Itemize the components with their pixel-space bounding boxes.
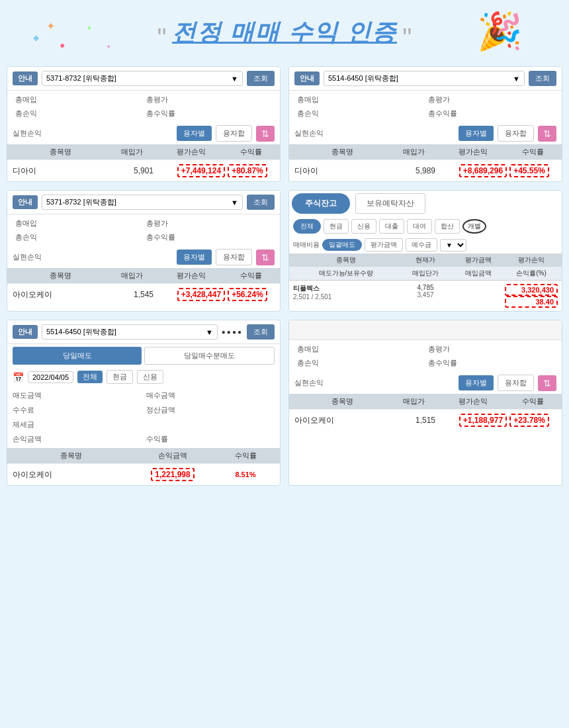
calendar-icon: 📅 <box>13 372 24 383</box>
stock-highlight-2: +8,689,296 +45.55% <box>452 164 556 177</box>
card-6-btn-row: 실현손익 용자별 용자합 ⇅ <box>289 372 562 394</box>
quote-left-icon: " <box>157 23 166 52</box>
yonghap-btn-3[interactable]: 용자합 <box>216 249 252 265</box>
quote-right-icon: " <box>402 23 412 52</box>
stock-name-4: 티플렉스 <box>293 284 399 293</box>
card-2-header: 안내 5514-6450 [위탁종합] ▼ 조회 <box>289 67 562 91</box>
cards-grid: 안내 5371-8732 [위탁종합] ▼ 조회 총매입 총평가 총손익 <box>7 66 562 486</box>
card-2-query-btn[interactable]: 조회 <box>529 71 556 86</box>
card-3-table-header: 종목명 매입가 평가손익 수익률 <box>7 268 280 283</box>
yonghap-btn-2[interactable]: 용자합 <box>498 125 534 142</box>
filter-loan[interactable]: 대출 <box>379 219 404 234</box>
card-3-header: 안내 5371-8732 [위탁종합] ▼ 조회 <box>7 191 280 214</box>
card-4-stock-row: 티플렉스 2,501 / 2,501 4,785 3,457 3,320,430… <box>289 281 562 311</box>
filter-all[interactable]: 전체 <box>293 219 321 234</box>
day-buy-sell-btn[interactable]: 당일매수분매도 <box>144 347 275 365</box>
card-3-info: 총매입 총평가 총손익 총수익률 <box>7 214 280 246</box>
stock-highlight-3: +3,428,447 +56.24% <box>170 288 275 301</box>
card-2-stock-row: 디아이 5,989 +8,689,296 +45.55% <box>289 159 562 181</box>
card-6-stock-row: 아이오케이 1,515 +1,188,977 +23.78% <box>289 409 562 431</box>
filter-credit[interactable]: 신용 <box>351 219 376 234</box>
confetti-4: ▲ <box>86 23 93 30</box>
yongja-btn[interactable]: 용자별 <box>177 126 212 141</box>
card-3-account[interactable]: 5371-8732 [위탁종합] ▼ <box>42 195 243 210</box>
date-cash-btn[interactable]: 현금 <box>107 370 133 384</box>
stock-price-3: 1,545 <box>117 290 169 299</box>
header: ✦ ◆ ● ▲ ✦ " 전정 매매 수익 인증 " 🎉 <box>7 7 562 66</box>
card-3-query-btn[interactable]: 조회 <box>247 195 275 210</box>
card-1-header: 안내 5371-8732 [위탁종합] ▼ 조회 <box>7 67 280 91</box>
card-5-date-row: 📅 2022/04/05 전체 현금 신용 <box>7 367 280 387</box>
card-1: 안내 5371-8732 [위탁종합] ▼ 조회 총매입 총평가 총손익 <box>7 66 281 182</box>
card-5-query-btn[interactable]: 조회 <box>247 324 275 340</box>
yonghap-btn-6[interactable]: 용자합 <box>498 375 534 391</box>
card-1-info: 총매입 총평가 총손익 총수익률 <box>7 91 280 122</box>
gain-rate-3: +56.24% <box>228 288 267 301</box>
date-credit-btn[interactable]: 신용 <box>137 370 163 384</box>
card-5-header: 안내 5514-6450 [위탁종합] ▼ ●●●● 조회 <box>7 320 280 344</box>
yongja-btn-2[interactable]: 용자별 <box>459 126 494 141</box>
card-4-sub-filter: 매매비용 일괄매도 평가금액 예수금 ▼ <box>289 236 562 253</box>
sub-select[interactable]: ▼ <box>440 239 466 251</box>
card-5-day-btns: 당일매도 당일매수분매도 <box>7 344 280 367</box>
card-4-stock-area: 티플렉스 2,501 / 2,501 4,785 3,457 3,320,430… <box>289 281 562 311</box>
sort-btn-2[interactable]: ⇅ <box>538 126 556 142</box>
stock-name-6: 아이오케이 <box>294 415 399 426</box>
card-2-info: 총매입 총평가 총손익 총수익률 <box>289 91 562 122</box>
gain-rate: +80.87% <box>228 164 267 177</box>
card-1-account[interactable]: 5371-8732 [위탁종합] ▼ <box>42 71 243 86</box>
filter-cash[interactable]: 현금 <box>324 219 349 234</box>
card-4-tab-bar: 주식잔고 보유예탁자산 <box>289 191 562 216</box>
card-5: 안내 5514-6450 [위탁종합] ▼ ●●●● 조회 당일매도 당일매수분… <box>7 320 281 486</box>
card-3: 안내 5371-8732 [위탁종합] ▼ 조회 총매입 총평가 총손익 총수익… <box>7 190 281 312</box>
card-5-account[interactable]: 5514-6450 [위탁종합] ▼ <box>42 324 218 340</box>
card-2-account[interactable]: 5514-6450 [위탁종합] ▼ <box>324 71 525 86</box>
yonghap-btn[interactable]: 용자합 <box>216 125 252 142</box>
card-4: 주식잔고 보유예탁자산 전체 현금 신용 대출 대여 합산 개별 매매비용 일괄… <box>288 190 562 312</box>
filter-lend[interactable]: 대여 <box>407 219 432 234</box>
stock-current: 4,785 <box>399 284 452 291</box>
stock-price-6: 1,515 <box>399 416 451 425</box>
card-1-table-header: 종목명 매입가 평가손익 수익률 <box>7 144 280 159</box>
gain-rate-5: 8.51% <box>235 471 255 478</box>
sort-btn[interactable]: ⇅ <box>256 126 275 142</box>
sort-btn-3[interactable]: ⇅ <box>256 250 275 265</box>
tab-stocks[interactable]: 주식잔고 <box>292 193 350 214</box>
card-3-label: 안내 <box>13 195 38 209</box>
card-1-query-btn[interactable]: 조회 <box>247 71 275 86</box>
card-2-table-header: 종목명 매입가 평가손익 수익률 <box>289 144 562 159</box>
stock-highlight-6: +1,188,977 +23.78% <box>452 414 556 427</box>
party-icon: 🎉 <box>477 10 523 53</box>
card-4-filter-row: 전체 현금 신용 대출 대여 합산 개별 <box>289 216 562 236</box>
card-1-btn-row: 실현손익 용자별 용자합 ⇅ <box>7 122 280 144</box>
stock-qty: 2,501 / 2,501 <box>293 293 399 300</box>
stock-name-5: 아이오케이 <box>13 469 129 480</box>
date-all-btn[interactable]: 전체 <box>77 371 103 383</box>
yongja-btn-3[interactable]: 용자별 <box>177 250 212 265</box>
gain-value-5: 1,221,998 <box>151 468 194 481</box>
stock-price-2: 5,989 <box>399 166 451 175</box>
page-title: 전정 매매 수익 인증 <box>172 17 397 49</box>
confetti-1: ✦ <box>46 20 55 32</box>
stock-buy-price: 3,457 <box>399 291 452 298</box>
sort-btn-6[interactable]: ⇅ <box>538 375 556 391</box>
sub-btn-all-sell[interactable]: 일괄매도 <box>322 239 362 251</box>
info-row: 총평가 <box>144 93 275 106</box>
day-sell-btn[interactable]: 당일매도 <box>13 347 142 365</box>
card-5-stock-row: 아이오케이 1,221,998 8.51% <box>7 463 280 485</box>
tab-assets[interactable]: 보유예탁자산 <box>355 193 425 214</box>
card-6-table-header: 종목명 매입가 평가손익 수익률 <box>289 394 562 409</box>
sub-btn-eval[interactable]: 평가금액 <box>365 238 403 251</box>
card-6: 총매입 총평가 총손익 총수익률 실현손익 용자별 용자합 ⇅ 종목명 매입가 … <box>288 320 562 486</box>
sub-btn-deposit[interactable]: 예수금 <box>406 238 437 251</box>
gain-rate-2: +45.55% <box>509 164 549 177</box>
date-value: 2022/04/05 <box>28 371 73 383</box>
filter-sum[interactable]: 합산 <box>435 219 460 234</box>
card-2: 안내 5514-6450 [위탁종합] ▼ 조회 총매입 총평가 총손익 총수익… <box>288 66 562 182</box>
yongja-btn-6[interactable]: 용자별 <box>459 375 494 390</box>
filter-individual[interactable]: 개별 <box>462 219 486 234</box>
gain-rate-6: +23.78% <box>509 414 549 427</box>
dots: ●●●● <box>222 328 243 336</box>
info-row: 총손익 <box>13 107 144 120</box>
card-3-btn-row: 실현손익 용자별 용자합 ⇅ <box>7 246 280 268</box>
